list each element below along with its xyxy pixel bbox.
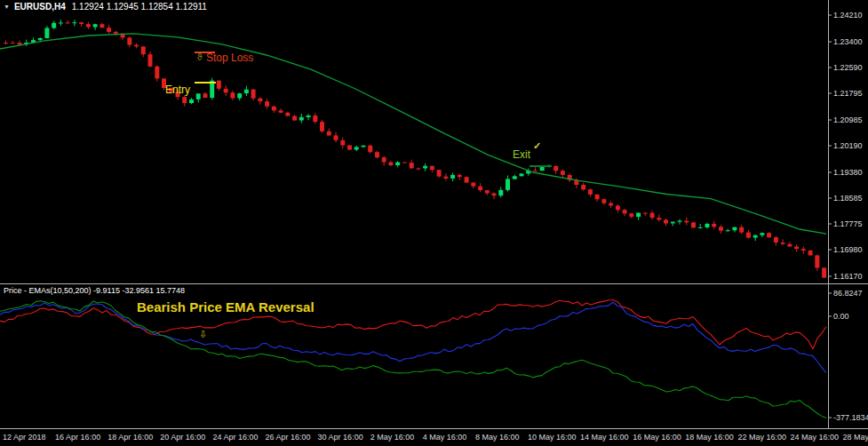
price-axis-label: 1.17775: [833, 219, 863, 228]
time-axis-label: 20 Apr 16:00: [160, 433, 205, 442]
price-axis-label: 1.20985: [833, 115, 863, 124]
stop-loss-marker[interactable]: ϑ: [197, 53, 202, 62]
time-axis-label: 12 Apr 2018: [3, 433, 46, 442]
price-axis-label: 1.16980: [833, 245, 863, 254]
time-axis-label: 28 May 16:00: [843, 433, 868, 442]
time-axis-label: 16 Apr 16:00: [55, 433, 100, 442]
price-axis-label: 1.16170: [833, 272, 863, 281]
time-axis-label: 22 May 16:00: [737, 433, 786, 442]
exit-line[interactable]: [530, 165, 552, 167]
time-axis-label: 16 May 16:00: [633, 433, 681, 442]
exit-label[interactable]: Exit: [513, 149, 530, 160]
entry-label[interactable]: Entry: [165, 84, 190, 95]
time-axis-label: 30 Apr 16:00: [318, 433, 363, 442]
time-axis-label: 26 Apr 16:00: [266, 433, 311, 442]
reversal-arrow-icon[interactable]: ⇩: [199, 330, 207, 339]
time-axis-label: 18 May 16:00: [685, 433, 734, 442]
time-axis-label: 8 May 16:00: [475, 433, 520, 442]
stop-loss-label[interactable]: Stop Loss: [206, 52, 253, 63]
price-axis-label: 1.22590: [833, 63, 863, 72]
price-axis-label: 1.23400: [833, 37, 863, 46]
mt4-chart-window: ▼EURUSD,H41.12924 1.12945 1.12854 1.1291…: [0, 0, 868, 446]
indicator-axis-label: -377.1834: [833, 413, 868, 422]
time-axis-label: 10 May 16:00: [528, 433, 577, 442]
ohlc-values: 1.12924 1.12945 1.12854 1.12911: [72, 2, 207, 12]
entry-line[interactable]: [195, 82, 216, 84]
indicator-axis-label: 86.8247: [833, 289, 863, 298]
indicator-axis-label: 0.00: [833, 312, 849, 321]
chart-dropdown-icon[interactable]: ▼: [4, 4, 10, 10]
time-axis-label: 24 Apr 16:00: [212, 433, 258, 442]
chart-canvas[interactable]: [0, 0, 868, 446]
price-axis-separator: [828, 0, 829, 428]
reversal-label[interactable]: Bearish Price EMA Reversal: [137, 300, 315, 314]
time-axis-label: 4 May 16:00: [423, 433, 467, 442]
panel-separator[interactable]: [0, 283, 868, 284]
price-axis-label: 1.24210: [833, 11, 863, 20]
indicator-title: Price - EMAs(10,50,200) -9.9115 -32.9561…: [4, 286, 185, 295]
chart-title-bar: ▼EURUSD,H41.12924 1.12945 1.12854 1.1291…: [4, 2, 207, 12]
time-axis-label: 18 Apr 16:00: [108, 433, 153, 442]
time-axis-separator: [0, 428, 868, 429]
exit-check-icon[interactable]: ✓: [533, 141, 541, 151]
price-axis-label: 1.20190: [833, 141, 863, 150]
time-axis-label: 14 May 16:00: [580, 433, 629, 442]
price-axis-label: 1.19380: [833, 168, 863, 177]
time-axis-label: 24 May 16:00: [791, 433, 840, 442]
price-axis-label: 1.21795: [833, 89, 863, 98]
price-axis-label: 1.18585: [833, 194, 863, 203]
time-axis-label: 2 May 16:00: [370, 433, 415, 442]
symbol-timeframe-label: EURUSD,H4: [14, 2, 66, 12]
